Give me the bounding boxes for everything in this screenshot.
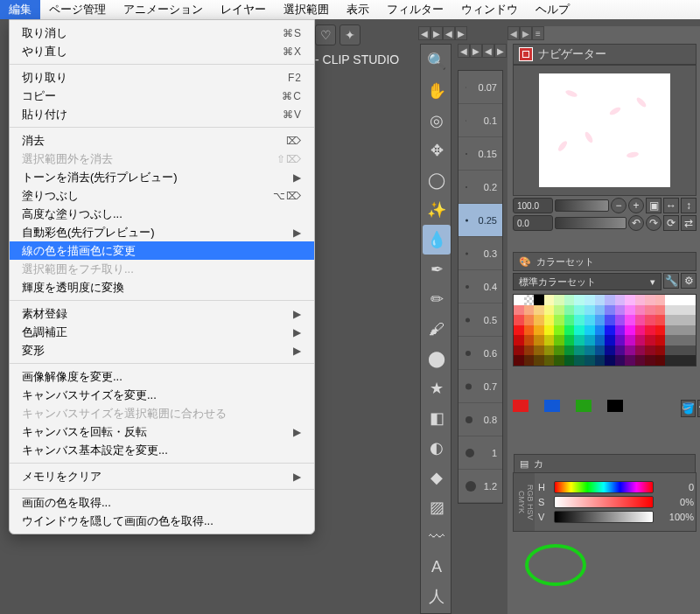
color-swatch[interactable] [625,315,635,325]
color-swatch[interactable] [524,295,535,305]
color-swatch[interactable] [595,295,606,305]
color-swatch[interactable] [554,295,564,305]
color-swatch[interactable] [605,315,615,325]
size-row[interactable]: 0.25 [458,204,502,237]
color-swatch[interactable] [635,355,646,366]
recent-color[interactable] [544,400,560,412]
color-swatch[interactable] [524,305,535,316]
color-swatch[interactable] [584,355,595,366]
color-swatch[interactable] [574,295,584,305]
color-swatch[interactable] [635,305,646,316]
color-swatch[interactable] [625,295,635,305]
color-swatch[interactable] [574,345,584,356]
color-swatch[interactable] [676,315,686,325]
menu-clear-memory[interactable]: メモリをクリア▶ [10,467,314,485]
color-swatch[interactable] [554,325,564,336]
navigator-header[interactable]: ナビゲーター [513,44,696,65]
menu-window[interactable]: ウィンドウ [452,0,527,19]
size-row[interactable]: 0.6 [458,337,502,370]
color-swatch[interactable] [655,315,666,325]
color-swatch[interactable] [595,345,606,356]
color-swatch[interactable] [564,335,575,345]
rotate-ccw-icon[interactable]: ↶ [628,215,644,231]
color-swatch[interactable] [605,295,615,305]
color-swatch[interactable] [564,355,575,366]
size-row[interactable]: 0.2 [458,171,502,204]
color-swatch[interactable] [635,335,646,345]
color-swatch[interactable] [665,355,676,366]
color-swatch[interactable] [605,355,615,366]
color-swatch[interactable] [645,355,655,366]
color-swatch[interactable] [595,305,606,316]
menu-rotate-canvas[interactable]: キャンバスを回転・反転▶ [10,422,314,441]
color-swatch[interactable] [524,335,535,345]
color-swatch[interactable] [645,335,655,345]
figure-tool[interactable]: 〰 [423,522,451,552]
color-swatch[interactable] [554,345,564,356]
menu-luminance-to-alpha[interactable]: 輝度を透明度に変換 [10,278,314,297]
settings-icon[interactable]: ⚙ [681,273,696,289]
color-swatch[interactable] [655,335,666,345]
color-swatch[interactable] [544,305,555,316]
sat-slider[interactable] [554,496,654,508]
menu-redo[interactable]: やり直し⌘X [10,42,314,60]
hue-slider[interactable] [554,481,654,493]
gradient-tool[interactable]: ▨ [423,492,451,522]
color-swatch[interactable] [625,305,635,316]
move-tool[interactable]: ✥ [423,136,451,165]
color-swatch[interactable] [605,345,615,356]
color-swatch[interactable] [534,355,544,366]
decoration-tool[interactable]: ★ [423,373,451,403]
color-swatch[interactable] [534,295,544,305]
color-swatch[interactable] [584,305,595,316]
color-swatch[interactable] [544,335,555,345]
color-swatch[interactable] [665,315,676,325]
color-swatch[interactable] [615,335,626,345]
size-row[interactable]: 0.4 [458,270,502,304]
panel-group-tabs[interactable]: ◀▶≡ [508,26,700,42]
color-swatch[interactable] [544,325,555,336]
menu-tonal-correction[interactable]: 色調補正▶ [10,323,314,341]
color-swatch[interactable] [635,325,646,336]
color-swatch[interactable] [655,305,666,316]
menu-line-color-to-draw-color[interactable]: 線の色を描画色に変更 [10,241,314,260]
color-swatch-grid[interactable] [513,294,696,366]
color-swatch[interactable] [686,305,696,316]
color-panel-header[interactable]: ▤ カ [514,454,696,473]
color-swatch[interactable] [676,355,686,366]
color-swatch[interactable] [564,295,575,305]
color-swatch[interactable] [584,295,595,305]
menu-get-screen-color-hide[interactable]: ウインドウを隠して画面の色を取得... [10,512,314,530]
color-swatch[interactable] [625,335,635,345]
color-swatch[interactable] [665,335,676,345]
color-swatch[interactable] [524,325,535,336]
menu-edit[interactable]: 編集 [0,0,40,19]
color-swatch[interactable] [534,325,544,336]
color-swatch[interactable] [655,345,666,356]
color-swatch[interactable] [686,295,696,305]
color-swatch[interactable] [564,345,575,356]
color-swatch[interactable] [625,345,635,356]
menu-transform[interactable]: 変形▶ [10,341,314,359]
menu-selection[interactable]: 選択範囲 [275,0,338,19]
zoom-in-button[interactable]: + [628,198,644,213]
color-swatch[interactable] [655,325,666,336]
size-row[interactable]: 0.1 [458,104,502,137]
size-palette-tabs[interactable]: ◀▶◀▶ [458,44,507,58]
color-swatch[interactable] [584,315,595,325]
menu-get-screen-color[interactable]: 画面の色を取得... [10,493,314,512]
color-swatch[interactable] [595,325,606,336]
menu-adv-fill[interactable]: 高度な塗りつぶし... [10,205,314,223]
color-swatch[interactable] [534,305,544,316]
text-tool[interactable]: A [423,552,451,582]
color-swatch[interactable] [564,315,575,325]
color-swatch[interactable] [605,335,615,345]
lasso-tool[interactable]: ◯ [423,165,451,195]
balloon-tool[interactable]: 人 [423,582,451,611]
size-row[interactable]: 1 [458,436,502,470]
color-swatch[interactable] [625,355,635,366]
menu-auto-color[interactable]: 自動彩色(先行プレビュー)▶ [10,223,314,241]
color-swatch[interactable] [615,305,626,316]
size-row[interactable]: 0.5 [458,304,502,337]
fit-button[interactable]: ▣ [646,198,662,213]
